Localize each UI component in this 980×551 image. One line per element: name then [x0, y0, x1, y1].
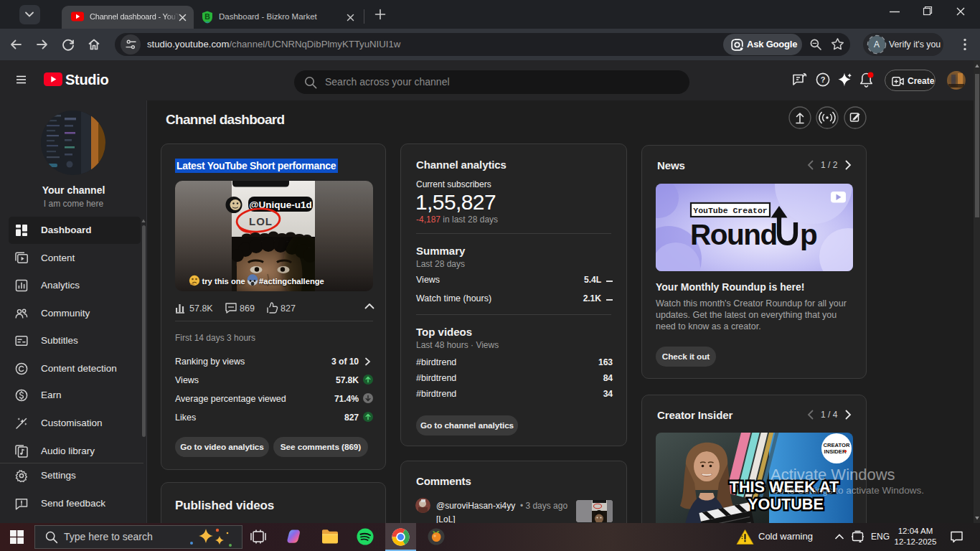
svg-text:LOL: LOL: [249, 215, 273, 227]
svg-text:try this one: try this one: [202, 277, 245, 286]
svg-text:YouTube Creator: YouTube Creator: [693, 206, 768, 215]
svg-text:B: B: [204, 12, 210, 21]
svg-text:CREATOR: CREATOR: [824, 442, 850, 448]
svg-text:869: 869: [240, 303, 255, 314]
svg-text:YOUTUBE: YOUTUBE: [748, 495, 824, 514]
svg-text:#actingchallenge: #actingchallenge: [259, 277, 324, 286]
svg-text:57.8K: 57.8K: [189, 303, 213, 314]
svg-text:?: ?: [821, 75, 826, 84]
svg-text:Round: Round: [690, 218, 777, 251]
svg-text:INSIDER: INSIDER: [824, 448, 847, 455]
svg-text:p: p: [800, 218, 818, 251]
svg-text:827: 827: [281, 303, 296, 314]
